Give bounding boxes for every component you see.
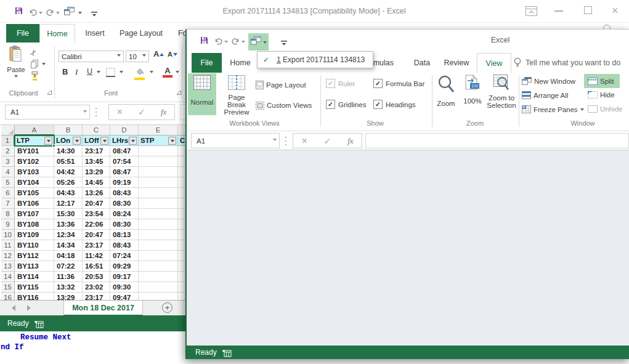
col-header-e[interactable]: E bbox=[139, 125, 178, 135]
cell[interactable]: 09:47 bbox=[110, 293, 139, 300]
formula-bar-splitter[interactable] bbox=[95, 108, 97, 116]
ribbon-display-options-icon[interactable] bbox=[526, 6, 537, 18]
normal-view-button-active[interactable]: Normal bbox=[188, 73, 216, 115]
filter-button[interactable] bbox=[100, 137, 108, 145]
row-header[interactable]: 5 bbox=[1, 177, 15, 188]
row-header[interactable]: 9 bbox=[1, 219, 15, 230]
cell[interactable] bbox=[178, 272, 185, 282]
cell[interactable] bbox=[139, 219, 178, 230]
cell[interactable]: 23:17 bbox=[83, 240, 110, 251]
col-header-a[interactable]: A bbox=[15, 125, 54, 135]
cell[interactable] bbox=[139, 167, 178, 177]
cell[interactable] bbox=[178, 293, 185, 300]
cell[interactable]: 13:29 bbox=[54, 293, 83, 300]
cell[interactable]: BY108 bbox=[15, 219, 54, 230]
cell[interactable]: 08:30 bbox=[110, 219, 139, 230]
cell[interactable] bbox=[139, 293, 178, 300]
redo-icon[interactable] bbox=[46, 8, 54, 19]
sheet-prev-icon[interactable] bbox=[9, 305, 15, 311]
cell[interactable]: 13:26 bbox=[83, 188, 110, 198]
cell[interactable] bbox=[139, 230, 178, 240]
custom-views-button[interactable]: Custom Views bbox=[256, 100, 312, 111]
header-cell-lon[interactable]: LOn bbox=[54, 135, 83, 146]
cell[interactable]: 12:34 bbox=[54, 230, 83, 240]
new-window-button[interactable]: New Window bbox=[522, 77, 575, 85]
customize-quick-access-icon[interactable] bbox=[281, 38, 287, 49]
cell[interactable]: 15:30 bbox=[54, 209, 83, 219]
select-all-corner[interactable] bbox=[1, 125, 15, 135]
redo-dropdown-icon[interactable] bbox=[241, 41, 245, 45]
cell[interactable] bbox=[139, 188, 178, 198]
cell[interactable]: 08:43 bbox=[110, 240, 139, 251]
cell[interactable] bbox=[139, 240, 178, 251]
cell[interactable]: 04:18 bbox=[54, 251, 83, 261]
row-header[interactable]: 16 bbox=[1, 293, 15, 300]
zoom-100-button[interactable]: 100 100% bbox=[460, 75, 485, 105]
cell[interactable]: 04:42 bbox=[54, 167, 83, 177]
filter-button[interactable] bbox=[73, 137, 81, 145]
cell[interactable] bbox=[178, 282, 185, 293]
cell[interactable] bbox=[139, 156, 178, 167]
row-header[interactable]: 1 bbox=[1, 135, 15, 146]
font-size-combo[interactable]: 10 bbox=[126, 51, 149, 62]
cell[interactable]: 20:47 bbox=[83, 198, 110, 209]
cell[interactable]: 20:47 bbox=[83, 230, 110, 240]
bold-button[interactable]: B bbox=[62, 67, 68, 76]
font-color-icon[interactable]: A bbox=[163, 66, 172, 78]
tab-home[interactable]: Home bbox=[225, 53, 256, 72]
cell[interactable]: BY112 bbox=[15, 251, 54, 261]
cell[interactable]: 23:17 bbox=[83, 146, 110, 156]
save-icon[interactable] bbox=[200, 36, 208, 47]
cell[interactable]: 07:24 bbox=[110, 251, 139, 261]
cell[interactable]: 07:22 bbox=[54, 261, 83, 272]
row-header[interactable]: 11 bbox=[1, 240, 15, 251]
cell[interactable]: 23:02 bbox=[83, 282, 110, 293]
zoom-button[interactable]: Zoom bbox=[433, 75, 459, 107]
grow-font-button[interactable]: A bbox=[153, 49, 164, 59]
cell[interactable]: 05:51 bbox=[54, 156, 83, 167]
tab-data[interactable]: Data bbox=[407, 53, 437, 72]
col-header-f-clipped[interactable] bbox=[178, 125, 185, 135]
cell[interactable]: BY107 bbox=[15, 209, 54, 219]
zoom-to-selection-button[interactable]: Zoom to Selection bbox=[486, 75, 517, 109]
customize-quick-access-icon[interactable] bbox=[91, 9, 97, 20]
cell[interactable]: 09:29 bbox=[110, 261, 139, 272]
cancel-icon[interactable]: × bbox=[301, 135, 307, 147]
cell[interactable] bbox=[139, 272, 178, 282]
cell[interactable]: 22:06 bbox=[83, 219, 110, 230]
cell[interactable]: 08:43 bbox=[110, 188, 139, 198]
cell[interactable]: BY110 bbox=[15, 240, 54, 251]
maximize-icon[interactable] bbox=[584, 6, 592, 14]
macro-record-icon[interactable] bbox=[222, 349, 232, 359]
redo-dropdown-icon[interactable] bbox=[56, 12, 60, 16]
col-header-b[interactable]: B bbox=[54, 125, 83, 135]
fill-color-icon[interactable] bbox=[134, 67, 145, 80]
cut-icon[interactable]: ✂ bbox=[28, 47, 39, 58]
cell[interactable]: 04:43 bbox=[54, 188, 83, 198]
filter-button[interactable] bbox=[129, 137, 137, 145]
undo-dropdown-icon[interactable] bbox=[224, 41, 228, 45]
paste-button[interactable]: Paste bbox=[5, 46, 27, 86]
undo-dropdown-icon[interactable] bbox=[39, 12, 43, 16]
insert-function-icon[interactable]: fx bbox=[347, 136, 353, 146]
cell[interactable]: BY109 bbox=[15, 230, 54, 240]
cell[interactable]: 11:36 bbox=[54, 272, 83, 282]
insert-function-icon[interactable]: fx bbox=[161, 107, 166, 117]
cell[interactable]: 08:13 bbox=[110, 230, 139, 240]
cell[interactable] bbox=[178, 156, 185, 167]
redo-icon[interactable] bbox=[232, 37, 240, 48]
fg-content-area[interactable] bbox=[187, 150, 629, 346]
cell[interactable]: 14:34 bbox=[54, 240, 83, 251]
cell[interactable] bbox=[178, 209, 185, 219]
tab-home[interactable]: Home bbox=[39, 24, 75, 43]
copy-icon[interactable] bbox=[31, 60, 39, 71]
cell[interactable] bbox=[139, 209, 178, 219]
fg-name-box[interactable]: A1 bbox=[191, 133, 280, 148]
unhide-button-disabled[interactable]: Unhide bbox=[588, 105, 622, 113]
header-cell-next-clipped[interactable]: C bbox=[178, 135, 185, 146]
cell[interactable]: 23:54 bbox=[83, 209, 110, 219]
underline-dropdown-icon[interactable] bbox=[97, 71, 100, 75]
split-button-active[interactable]: Split bbox=[584, 74, 620, 88]
cell[interactable] bbox=[178, 240, 185, 251]
cell[interactable]: 20:53 bbox=[83, 272, 110, 282]
